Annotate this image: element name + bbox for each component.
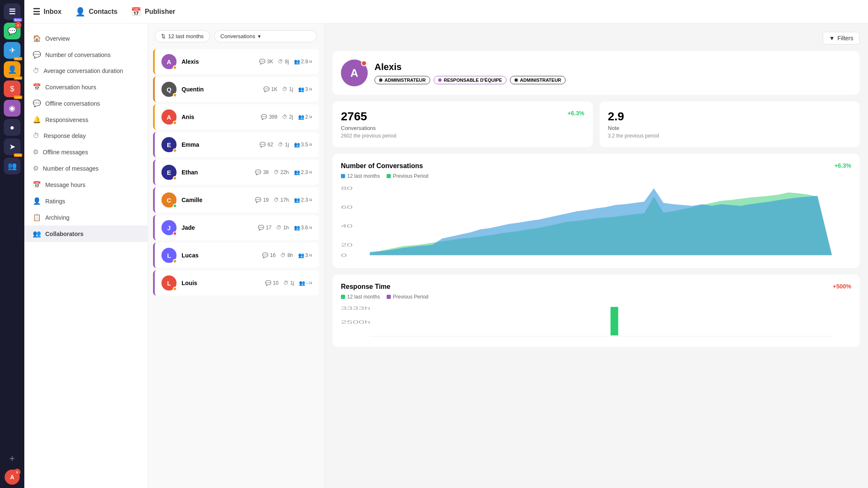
chat-nav-icon[interactable]: ● [4, 119, 21, 136]
y-label-2500h: 2500h [341, 319, 370, 324]
conv-item-quentin[interactable]: Q Quentin 💬 1K ⏱ 1j 👥 3/4 [153, 77, 319, 102]
sidebar-item-responsiveness[interactable]: 🔔 Responsiveness [24, 112, 148, 128]
dollar-nav-icon[interactable]: $ Soon [4, 80, 21, 97]
clock-icon: ⏱ [281, 252, 286, 258]
user-avatar-bottom[interactable]: A 6 [5, 470, 20, 485]
contacts-nav-item[interactable]: 👤 Contacts [75, 7, 117, 17]
send-nav-icon[interactable]: ➤ Soon [4, 138, 21, 155]
avg-duration-label: Average conversation duration [44, 67, 123, 74]
stat-prev-conversations: 2602 the previous period [341, 133, 585, 139]
clock-icon: ⏱ [276, 225, 281, 231]
offline-conversations-label: Offline conversations [45, 100, 100, 107]
user-info: Alexis ADMINISTRATEUR RESPONSABLE D'ÉQUI… [374, 62, 566, 84]
sidebar-item-response-delay[interactable]: ⏱ Response delay [24, 128, 148, 144]
sidebar-item-conversation-hours[interactable]: 📅 Conversation hours [24, 79, 148, 95]
conv-name-anis: Anis [182, 114, 256, 120]
messaging-nav-icon[interactable]: 💬 6 [4, 23, 21, 39]
conv-stats-alexis: 💬 3K ⏱ 8j 👥 2.9/4 [259, 59, 312, 65]
conv-rating-anis: 👥 2/4 [298, 114, 312, 120]
conv-rating-ethan: 👥 2.3/4 [294, 169, 312, 175]
tag-dot-purple [438, 78, 442, 82]
filter-arrows-icon: ⇅ [161, 33, 166, 39]
purple-nav-icon[interactable]: ◉ [4, 100, 21, 117]
period-filter-btn[interactable]: ⇅ 12 last months [155, 30, 210, 42]
sidebar-item-number-messages[interactable]: ⚙ Number of messages [24, 160, 148, 177]
msg-icon: 💬 [261, 114, 267, 120]
legend-item-rt-current: 12 last months [341, 294, 380, 300]
user-online-dot [361, 60, 367, 66]
publisher-nav-label: Publisher [145, 8, 175, 16]
conversations-dropdown-label: Conversations [221, 33, 255, 39]
conv-item-louis[interactable]: L Louis 💬 10 ⏱ 1j 👥 -/4 [153, 270, 319, 296]
filters-button[interactable]: ▼ Filters [823, 32, 860, 44]
msg-icon: 💬 [258, 225, 264, 231]
msg-icon: 💬 [255, 197, 261, 203]
avatar-quentin: Q [161, 82, 177, 97]
chat-count-icon: 💬 [33, 51, 41, 59]
msg-icon: 💬 [255, 169, 261, 175]
avatar-lucas: L [161, 248, 177, 263]
conv-messages-jade: 💬 17 [258, 225, 271, 231]
telegram-nav-icon[interactable]: ✈ Soon [4, 42, 21, 59]
clock-icon: ⏱ [283, 280, 288, 286]
conv-item-anis[interactable]: A Anis 💬 399 ⏱ 2j 👥 2/4 [153, 104, 319, 130]
response-delay-label: Response delay [44, 132, 86, 139]
sidebar-item-overview[interactable]: 🏠 Overview [24, 30, 148, 47]
stat-card-conversations: +6.3% 2765 Conversations 2602 the previo… [333, 101, 593, 147]
conv-messages-lucas: 💬 16 [262, 252, 275, 258]
conv-item-ethan[interactable]: E Ethan 💬 38 ⏱ 22h 👥 2.3/4 [153, 160, 319, 185]
conv-item-alexis[interactable]: A Alexis 💬 3K ⏱ 8j 👥 2.9/4 [153, 49, 319, 74]
top-nav: ☰ Inbox 👤 Contacts 📅 Publisher [24, 0, 868, 23]
logo-icon: ☰ [9, 7, 16, 16]
conv-item-lucas[interactable]: L Lucas 💬 16 ⏱ 8h 👥 3/4 [153, 243, 319, 268]
sidebar-item-message-hours[interactable]: 📅 Message hours [24, 177, 148, 193]
archive-icon: 📋 [33, 213, 41, 221]
add-button[interactable]: + [4, 450, 21, 467]
sidebar-item-ratings[interactable]: 👤 Ratings [24, 193, 148, 209]
conv-name-camille: Camille [182, 197, 250, 203]
clock-icon: ⏱ [33, 67, 39, 75]
sidebar-item-offline-conversations[interactable]: 💬 Offline conversations [24, 95, 148, 112]
conv-rating-quentin: 👥 3/4 [298, 86, 312, 92]
app-logo[interactable]: ☰ Beta [4, 3, 21, 20]
user-tag-admin2: ADMINISTRATEUR [510, 76, 566, 84]
conv-messages-alexis: 💬 3K [259, 59, 273, 65]
status-dot-camille [173, 204, 177, 208]
publisher-nav-item[interactable]: 📅 Publisher [131, 7, 175, 17]
avatar-louis: L [161, 275, 177, 291]
collaborators-label: Collaborators [45, 231, 83, 237]
users-nav-icon[interactable]: 👥 [4, 158, 21, 174]
sidebar-item-collaborators[interactable]: 👥 Collaborators [24, 226, 148, 242]
msg-icon: 💬 [265, 280, 271, 286]
y-label-80: 80 [341, 186, 353, 191]
orange-nav-icon[interactable]: 👤 Soon [4, 61, 21, 78]
conv-item-jade[interactable]: J Jade 💬 17 ⏱ 1h 👥 3.6/4 [153, 215, 319, 240]
conv-messages-anis: 💬 399 [261, 114, 277, 120]
y-label-0: 0 [341, 253, 347, 258]
people-icon: 👥 [294, 225, 300, 231]
conv-rating-jade: 👥 3.6/4 [294, 225, 312, 231]
archiving-label: Archiving [45, 214, 70, 221]
contacts-icon: 👤 [75, 7, 86, 17]
conv-stats-louis: 💬 10 ⏱ 1j 👥 -/4 [265, 280, 312, 286]
conversations-dropdown-btn[interactable]: Conversations ▾ [214, 30, 317, 42]
conv-rating-louis: 👥 -/4 [299, 280, 312, 286]
chevron-down-icon: ▾ [258, 33, 261, 39]
conversation-hours-label: Conversation hours [45, 84, 96, 91]
user-avatar-large: A [341, 60, 368, 86]
conv-stats-camille: 💬 19 ⏱ 17h 👥 2.3/4 [255, 197, 312, 203]
stats-row: +6.3% 2765 Conversations 2602 the previo… [333, 101, 860, 147]
inbox-nav-item[interactable]: ☰ Inbox [33, 7, 62, 17]
sidebar-item-offline-messages[interactable]: ⚙ Offline messages [24, 144, 148, 160]
conv-item-camille[interactable]: C Camille 💬 19 ⏱ 17h 👥 2.3/4 [153, 187, 319, 213]
stat-change-conversations: +6.3% [567, 110, 584, 117]
telegram-soon-badge: Soon [14, 57, 22, 60]
sidebar: 🏠 Overview 💬 Number of conversations ⏱ A… [24, 23, 148, 488]
conv-item-emma[interactable]: E Emma 💬 62 ⏱ 1j 👥 3.5/4 [153, 132, 319, 157]
sidebar-item-archiving[interactable]: 📋 Archiving [24, 209, 148, 226]
sidebar-item-number-conversations[interactable]: 💬 Number of conversations [24, 47, 148, 63]
sidebar-item-avg-duration[interactable]: ⏱ Average conversation duration [24, 63, 148, 79]
conv-time-camille: ⏱ 17h [274, 197, 289, 203]
conversation-list: A Alexis 💬 3K ⏱ 8j 👥 2.9/4 Q Quentin [148, 49, 324, 488]
tag-label-responsable: RESPONSABLE D'ÉQUIPE [444, 78, 502, 83]
